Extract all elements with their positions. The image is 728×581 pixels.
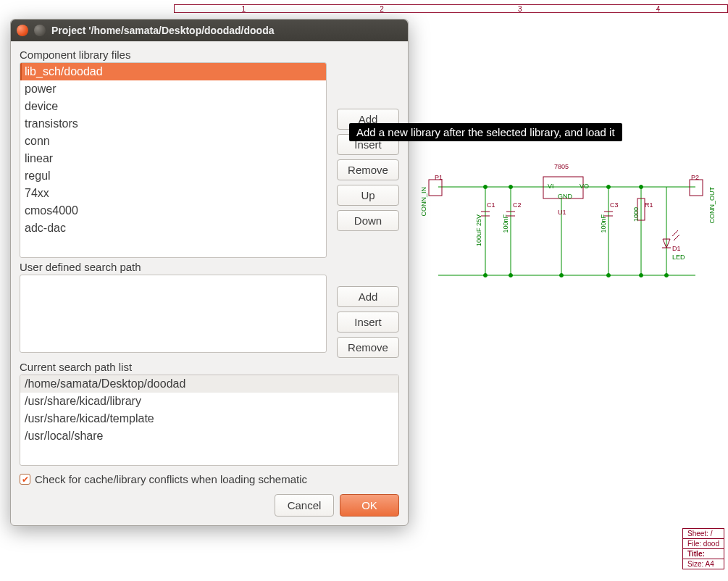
ok-button[interactable]: OK <box>340 494 399 517</box>
user-search-path-label: User defined search path <box>20 261 399 273</box>
conflict-checkbox-label: Check for cache/library conflicts when l… <box>35 473 307 485</box>
p1-label: P1 <box>435 174 443 181</box>
library-dialog: Project '/home/samata/Desktop/doodad/doo… <box>10 19 409 526</box>
c3-val: 100nF <box>600 214 607 233</box>
search-path-item[interactable]: /usr/share/kicad/template <box>20 410 398 427</box>
library-item[interactable]: adc-dac <box>20 220 326 237</box>
svg-point-7 <box>484 185 488 189</box>
svg-point-12 <box>509 274 513 277</box>
svg-rect-20 <box>690 180 703 196</box>
move-up-button[interactable]: Up <box>337 185 399 206</box>
add-button-tooltip: Add a new library after the selected lib… <box>349 123 622 141</box>
r1-ref: R1 <box>645 201 653 209</box>
ruler-tick: 4 <box>589 5 727 12</box>
conn-in: CONN_IN <box>420 187 427 217</box>
library-item[interactable]: regul <box>20 167 326 185</box>
cancel-button[interactable]: Cancel <box>275 494 334 517</box>
remove-library-button[interactable]: Remove <box>337 159 399 180</box>
svg-line-31 <box>674 235 679 241</box>
c2-ref: C2 <box>513 201 522 209</box>
ruler-tick: 3 <box>451 5 590 12</box>
c2-val: 100nF <box>502 214 509 233</box>
pin-vo: VO <box>580 183 589 190</box>
titleblock-sheet: Sheet: / <box>683 529 724 539</box>
svg-point-10 <box>640 185 643 189</box>
search-path-item[interactable]: /home/samata/Desktop/doodad <box>20 375 398 393</box>
titlebar[interactable]: Project '/home/samata/Desktop/doodad/doo… <box>11 20 408 41</box>
library-item[interactable]: power <box>20 80 326 98</box>
svg-point-9 <box>607 185 611 189</box>
svg-line-30 <box>672 230 678 236</box>
c1-ref: C1 <box>487 201 495 209</box>
add-path-button[interactable]: Add <box>337 286 399 307</box>
svg-point-11 <box>484 274 488 277</box>
library-listbox[interactable]: lib_sch/doodadpowerdevicetransistorsconn… <box>20 62 327 258</box>
ruler-tick: 1 <box>175 5 313 12</box>
titleblock: Sheet: / File: dood Title: Size: A4 <box>682 528 724 569</box>
minimize-icon[interactable] <box>34 25 46 36</box>
c1-val: 100uF 25V <box>475 214 482 246</box>
conflict-checkbox[interactable]: ✔ <box>20 474 30 485</box>
titleblock-title: Title: <box>683 549 724 559</box>
d1-ref: D1 <box>672 245 681 252</box>
move-down-button[interactable]: Down <box>337 210 399 231</box>
user-path-listbox[interactable] <box>20 275 327 353</box>
chip-name: 7805 <box>554 163 569 170</box>
r1-val: 1000 <box>632 207 640 222</box>
search-path-item[interactable]: /usr/local/share <box>20 427 398 445</box>
conn-out: CONN_OUT <box>708 187 716 224</box>
library-item[interactable]: conn <box>20 133 326 150</box>
component-library-label: Component library files <box>20 49 399 61</box>
library-item[interactable]: cmos4000 <box>20 202 326 220</box>
p2-label: P2 <box>691 174 699 181</box>
d1-val: LED <box>672 254 685 261</box>
ruler-tick: 2 <box>313 5 451 12</box>
titleblock-size: Size: A4 <box>683 559 724 569</box>
library-item[interactable]: device <box>20 98 326 115</box>
search-path-item[interactable]: /usr/share/kicad/library <box>20 393 398 410</box>
remove-path-button[interactable]: Remove <box>337 337 399 358</box>
titleblock-file: File: dood <box>683 539 724 549</box>
chip-ref: U1 <box>558 209 566 216</box>
svg-point-14 <box>607 274 611 277</box>
library-item[interactable]: transistors <box>20 115 326 133</box>
close-icon[interactable] <box>17 25 28 36</box>
insert-path-button[interactable]: Insert <box>337 312 399 333</box>
current-path-label: Current search path list <box>20 361 399 373</box>
library-item[interactable]: linear <box>20 150 326 167</box>
pin-gnd: GND <box>558 193 572 200</box>
c3-ref: C3 <box>610 201 619 209</box>
check-icon: ✔ <box>22 475 29 484</box>
svg-point-16 <box>665 274 669 277</box>
pin-vi: VI <box>548 183 554 190</box>
circuit-drawing <box>427 167 717 290</box>
ruler: 1 2 3 4 <box>174 4 728 13</box>
svg-rect-19 <box>429 180 442 196</box>
library-item[interactable]: 74xx <box>20 185 326 202</box>
library-item[interactable]: lib_sch/doodad <box>20 63 326 80</box>
svg-point-15 <box>640 274 643 277</box>
dialog-title: Project '/home/samata/Desktop/doodad/doo… <box>51 25 402 36</box>
svg-point-8 <box>509 185 513 189</box>
current-path-listbox[interactable]: /home/samata/Desktop/doodad/usr/share/ki… <box>20 375 399 466</box>
